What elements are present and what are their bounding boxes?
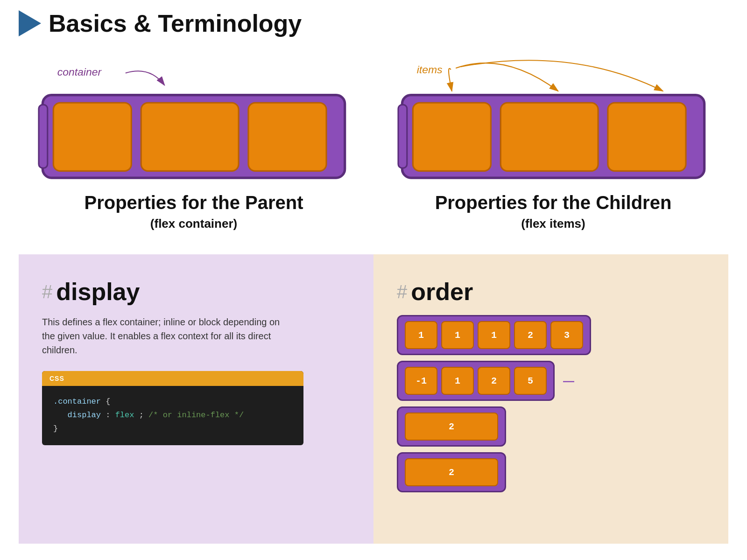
diagram-items: items Properties for the <box>388 56 719 231</box>
display-description: This defines a flex container; inline or… <box>42 315 285 357</box>
order-item: 3 <box>550 321 583 349</box>
order-item: 1 <box>405 321 437 349</box>
order-container-4: 2 <box>397 452 506 492</box>
order-item-wide: 2 <box>405 458 498 486</box>
svg-text:container: container <box>57 66 102 78</box>
code-brace-open: { <box>106 397 110 406</box>
order-item: -1 <box>405 367 437 395</box>
code-colon: : <box>106 411 115 420</box>
order-container-1: 1 1 1 2 3 <box>397 315 591 355</box>
code-property: display <box>68 411 101 420</box>
panel-display: # display This defines a flex container;… <box>19 254 374 544</box>
code-brace-close: } <box>53 424 58 433</box>
diagrams-row: container <box>19 56 728 231</box>
code-line-3: } <box>53 422 292 436</box>
prop-parent-title: Properties for the Parent <box>84 192 303 213</box>
order-container-2: -1 1 2 5 <box>397 361 555 401</box>
order-container-3: 2 <box>397 406 506 447</box>
order-row-2: -1 1 2 5 — <box>397 361 705 401</box>
svg-rect-11 <box>398 105 407 168</box>
page: Basics & Terminology container <box>0 0 747 553</box>
order-title: # order <box>397 278 705 306</box>
prop-parent-subtitle: (flex container) <box>150 217 237 231</box>
order-item-wide: 2 <box>405 413 498 441</box>
code-line-2: display : flex ; /* or inline-flex */ <box>53 409 292 422</box>
order-item: 1 <box>478 321 510 349</box>
order-item: 5 <box>514 367 547 395</box>
css-code-block: CSS .container { display : flex ; /* or … <box>42 371 303 445</box>
code-line-1: .container { <box>53 395 292 409</box>
panel-order: # order 1 1 1 2 3 -1 <box>374 254 728 544</box>
play-icon <box>19 10 41 36</box>
order-item: 2 <box>478 367 510 395</box>
order-prop-name: order <box>411 278 473 306</box>
svg-rect-7 <box>248 103 326 171</box>
svg-rect-6 <box>141 103 239 171</box>
page-title: Basics & Terminology <box>49 9 302 37</box>
order-row-4: 2 <box>397 452 705 492</box>
order-row-3: 2 <box>397 406 705 447</box>
display-prop-name: display <box>56 278 140 306</box>
diagram-container: container <box>28 56 359 231</box>
svg-rect-13 <box>500 103 598 171</box>
code-value: flex <box>115 411 134 420</box>
panels-row: # display This defines a flex container;… <box>19 254 728 544</box>
hash-symbol-left: # <box>42 281 52 302</box>
svg-rect-12 <box>413 103 491 171</box>
order-dash: — <box>563 374 574 387</box>
svg-rect-4 <box>39 105 48 168</box>
hash-symbol-right: # <box>397 281 407 302</box>
svg-text:items: items <box>417 63 443 76</box>
display-title: # display <box>42 278 350 306</box>
order-item: 1 <box>441 321 474 349</box>
header: Basics & Terminology <box>19 9 728 37</box>
prop-children-title: Properties for the Children <box>435 192 672 213</box>
code-comment: /* or inline-flex */ <box>148 411 244 420</box>
code-block-body: .container { display : flex ; /* or inli… <box>42 386 303 445</box>
order-section: 1 1 1 2 3 -1 1 2 5 — <box>397 315 705 492</box>
svg-rect-5 <box>53 103 131 171</box>
prop-children-subtitle: (flex items) <box>521 217 585 231</box>
order-item: 2 <box>514 321 547 349</box>
code-semi: ; <box>139 411 148 420</box>
container-diagram-svg: container <box>28 56 359 192</box>
order-item: 1 <box>441 367 474 395</box>
order-row-1: 1 1 1 2 3 <box>397 315 705 355</box>
code-indent <box>53 411 63 420</box>
code-selector: .container <box>53 397 101 406</box>
items-diagram-svg: items <box>388 56 719 192</box>
svg-rect-14 <box>608 103 686 171</box>
code-block-header: CSS <box>42 371 303 386</box>
